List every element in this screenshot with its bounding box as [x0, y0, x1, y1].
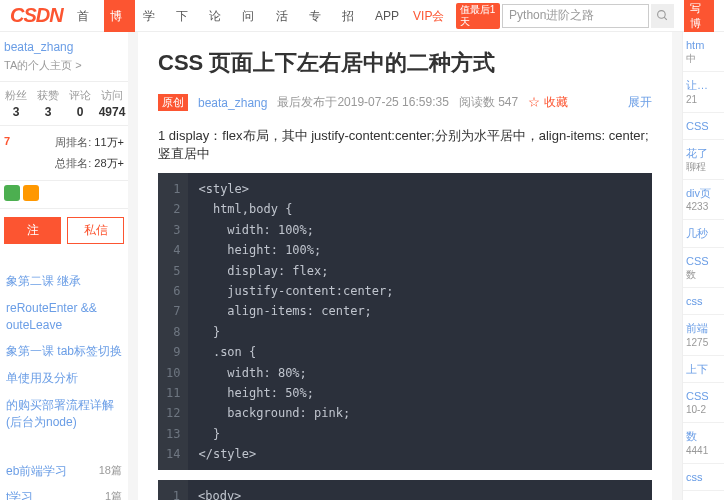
related-item[interactable]: 花了聊程 — [683, 140, 724, 180]
nav-home[interactable]: 首页 — [71, 0, 102, 32]
badges-row — [0, 180, 128, 208]
nav-jobs[interactable]: 招聘 — [336, 0, 367, 32]
related-item[interactable]: css — [683, 464, 724, 491]
logo[interactable]: CSDN — [10, 4, 63, 27]
stat-comments-label: 评论 — [64, 88, 96, 103]
related-item[interactable]: 上下 — [683, 356, 724, 383]
related-item[interactable]: 让…21 — [683, 72, 724, 112]
code-block: 1234567891011121314 <style> html,body { … — [158, 173, 652, 470]
stat-visits-label: 访问 — [96, 88, 128, 103]
nav-vip[interactable]: VIP会员 — [407, 0, 454, 32]
article-date: 最后发布于2019-07-25 16:59:35 — [277, 94, 448, 111]
nav-topic[interactable]: 专题 — [303, 0, 334, 32]
side-link[interactable]: 象第一课 tab标签切换 — [4, 338, 124, 365]
section-heading: 1 display：flex布局，其中 justify-content:cent… — [158, 127, 652, 163]
article-reads: 阅读数 547 — [459, 94, 518, 111]
related-item[interactable]: div页4233 — [683, 180, 724, 220]
nav-forum[interactable]: 论坛 — [203, 0, 234, 32]
related-item[interactable]: CSS — [683, 113, 724, 140]
categories: eb前端学习18篇 t学习1篇 slint学习1篇 — [0, 452, 128, 500]
rank-week-label: 周排名: — [55, 136, 91, 148]
side-link[interactable]: t学习1篇 — [4, 484, 124, 500]
side-link[interactable]: 象第二课 继承 — [4, 268, 124, 295]
sidebar-left: beata_zhang TA的个人主页 > 粉丝3 获赞3 评论0 访问4974… — [0, 32, 128, 500]
nav-activity[interactable]: 活动 — [270, 0, 301, 32]
related-item[interactable]: CSS10-2 — [683, 383, 724, 423]
nav-app[interactable]: APP — [369, 0, 405, 32]
expand-button[interactable]: 展开 — [628, 94, 652, 111]
stat-fans-value: 3 — [0, 105, 32, 119]
rank-week-value: 11万+ — [94, 136, 124, 148]
stat-visits-value: 4974 — [96, 105, 128, 119]
author-name[interactable]: beata_zhang — [4, 40, 124, 54]
write-blog-button[interactable]: 写博 — [684, 0, 714, 33]
nav-badge[interactable]: 值最后1天 — [456, 3, 500, 29]
author-home-link[interactable]: TA的个人主页 > — [4, 58, 124, 73]
sidebar-right: htm中让…21CSS花了聊程div页4233几秒CSS数css前端1275上下… — [682, 32, 724, 500]
stat-likes-label: 获赞 — [32, 88, 64, 103]
code-block: 1234 <body> <div class="son"> </div> </b… — [158, 480, 652, 500]
side-link[interactable]: reRouteEnter && outeLeave — [4, 295, 124, 339]
related-item[interactable]: 前端1275 — [683, 315, 724, 355]
nav-academy[interactable]: 学院 — [137, 0, 168, 32]
favorite-button[interactable]: ☆ 收藏 — [528, 94, 567, 111]
rank-total-label: 总排名: — [55, 157, 91, 169]
related-item[interactable]: 几秒 — [683, 220, 724, 247]
follow-button[interactable]: 注 — [4, 217, 61, 244]
rank-total-value: 28万+ — [94, 157, 124, 169]
svg-line-1 — [664, 17, 667, 20]
author-stats: 粉丝3 获赞3 评论0 访问4974 — [0, 81, 128, 125]
message-button[interactable]: 私信 — [67, 217, 124, 244]
article-main: CSS 页面上下左右居中的二种方式 原创 beata_zhang 最后发布于20… — [138, 32, 672, 500]
side-link[interactable]: 单使用及分析 — [4, 365, 124, 392]
badge-icon — [23, 185, 39, 201]
article-title: CSS 页面上下左右居中的二种方式 — [158, 48, 652, 78]
svg-point-0 — [658, 11, 666, 19]
search-button[interactable] — [651, 4, 675, 28]
badge-icon — [4, 185, 20, 201]
nav-download[interactable]: 下载 — [170, 0, 201, 32]
top-nav: CSDN 首页 博客 学院 下载 论坛 问答 活动 专题 招聘 APP VIP会… — [0, 0, 724, 32]
article-author[interactable]: beata_zhang — [198, 96, 267, 110]
search-icon — [656, 9, 669, 22]
related-item[interactable]: CSS数 — [683, 248, 724, 288]
related-articles: 象第二课 继承 reRouteEnter && outeLeave 象第一课 t… — [0, 262, 128, 442]
side-link[interactable]: eb前端学习18篇 — [4, 458, 124, 485]
nav-qa[interactable]: 问答 — [236, 0, 267, 32]
article-meta: 原创 beata_zhang 最后发布于2019-07-25 16:59:35 … — [158, 94, 652, 111]
related-item[interactable]: htm中 — [683, 32, 724, 72]
search-input[interactable]: Python进阶之路 — [502, 4, 648, 28]
stat-fans-label: 粉丝 — [0, 88, 32, 103]
side-link[interactable]: 的购买部署流程详解(后台为node) — [4, 392, 124, 436]
related-item[interactable]: 数4441 — [683, 423, 724, 463]
related-item[interactable]: css — [683, 288, 724, 315]
nav-blog[interactable]: 博客 — [104, 0, 135, 32]
stat-likes-value: 3 — [32, 105, 64, 119]
stat-comments-value: 0 — [64, 105, 96, 119]
original-tag: 原创 — [158, 94, 188, 111]
